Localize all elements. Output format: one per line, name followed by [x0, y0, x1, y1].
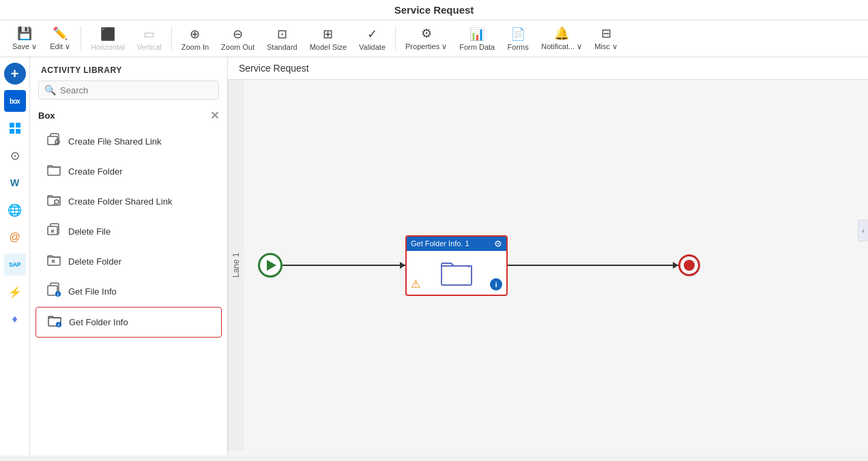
create-folder-shared-link-label: Create Folder Shared Link — [68, 196, 172, 207]
library-item-get-folder-info[interactable]: i Get Folder Info — [35, 307, 222, 338]
library-item-create-folder-shared-link[interactable]: Create Folder Shared Link — [35, 187, 222, 216]
toolbar: 💾 Save ∨ ✏️ Edit ∨ ⬛ Horizontal ▭ Vertic… — [0, 20, 868, 57]
form-data-icon: 📊 — [469, 27, 484, 42]
sidebar-icon-at[interactable]: @ — [4, 226, 26, 248]
toolbar-misc[interactable]: ⊟ Misc ∨ — [589, 23, 623, 54]
get-file-info-icon: i — [46, 282, 61, 301]
icon-sidebar: + box ⊙ W 🌐 @ SAP ⚡ ♦ — [0, 57, 30, 456]
info-badge: i — [490, 278, 502, 291]
library-item-delete-folder[interactable]: Delete Folder — [35, 247, 222, 276]
toolbar-notifications-label: Notificat... ∨ — [541, 42, 582, 51]
toolbar-save-label: Save ∨ — [12, 42, 37, 51]
vertical-icon: ▭ — [143, 27, 155, 42]
save-icon: 💾 — [17, 26, 32, 41]
edit-icon: ✏️ — [53, 26, 68, 41]
get-folder-info-label: Get Folder Info — [69, 317, 128, 327]
toolbar-horizontal: ⬛ Horizontal — [85, 24, 130, 54]
sidebar-icon-box[interactable]: box — [4, 90, 26, 112]
toolbar-notifications[interactable]: 🔔 Notificat... ∨ — [536, 23, 588, 54]
lane-label: Lane 1 — [228, 80, 244, 451]
toolbar-forms-label: Forms — [508, 43, 529, 51]
toolbar-zoom-out-label: Zoom Out — [221, 43, 255, 51]
activity-node-header: Get Folder Info. 1 ⚙ — [407, 237, 506, 251]
flow-arrow-1 — [283, 265, 405, 266]
library-item-delete-file[interactable]: Delete File — [35, 217, 222, 246]
sidebar-icon-globe[interactable]: 🌐 — [4, 199, 26, 221]
folder-icon — [439, 258, 474, 288]
toolbar-zoom-out[interactable]: ⊖ Zoom Out — [216, 24, 260, 54]
validate-icon: ✓ — [367, 27, 377, 42]
collapse-panel-button[interactable]: ‹ — [858, 220, 868, 241]
canvas-title: Service Request — [239, 63, 309, 74]
end-node[interactable] — [678, 254, 700, 276]
main-layout: + box ⊙ W 🌐 @ SAP ⚡ ♦ Activity Library 🔍… — [0, 57, 868, 456]
toolbar-model-size[interactable]: ⊞ Model Size — [304, 24, 352, 54]
toolbar-validate[interactable]: ✓ Validate — [353, 24, 391, 54]
delete-file-icon — [46, 222, 61, 241]
activity-node-body: ⚠ i — [407, 251, 506, 295]
toolbar-model-size-label: Model Size — [310, 43, 347, 51]
toolbar-sep-1 — [81, 27, 81, 51]
library-item-get-file-info[interactable]: i Get File Info — [35, 277, 222, 306]
search-input[interactable] — [60, 85, 213, 95]
lane-content: Get Folder Info. 1 ⚙ ⚠ i — [244, 80, 868, 451]
forms-icon: 📄 — [510, 27, 525, 42]
toolbar-properties-label: Properties ∨ — [405, 42, 447, 51]
svg-text:i: i — [58, 323, 59, 327]
sidebar-icon-ethereum[interactable]: ♦ — [4, 308, 26, 330]
create-file-shared-link-icon — [46, 132, 61, 151]
delete-folder-icon — [46, 252, 61, 271]
box-section-label: Box — [38, 110, 55, 121]
create-folder-shared-link-icon — [46, 192, 61, 211]
toolbar-validate-label: Validate — [359, 43, 386, 51]
activity-library: Activity Library 🔍 Box ✕ Create File S — [30, 57, 228, 456]
warning-icon: ⚠ — [411, 278, 420, 291]
toolbar-sep-2 — [171, 27, 172, 51]
create-file-shared-link-label: Create File Shared Link — [68, 136, 162, 147]
activity-node-get-folder-info[interactable]: Get Folder Info. 1 ⚙ ⚠ i — [405, 235, 508, 296]
search-box[interactable]: 🔍 — [38, 80, 219, 100]
delete-file-label: Delete File — [68, 226, 111, 237]
toolbar-form-data[interactable]: 📊 Form Data — [454, 24, 500, 54]
library-item-create-folder[interactable]: Create Folder — [35, 157, 222, 186]
sidebar-icon-sap[interactable]: SAP — [4, 254, 26, 276]
page-title: Service Request — [394, 4, 474, 16]
toolbar-edit[interactable]: ✏️ Edit ∨ — [44, 23, 76, 54]
search-icon: 🔍 — [44, 85, 56, 95]
library-item-create-file-shared-link[interactable]: Create File Shared Link — [35, 127, 222, 156]
delete-folder-label: Delete Folder — [68, 256, 121, 267]
end-node-inner — [684, 260, 695, 271]
create-folder-icon — [46, 162, 61, 181]
toolbar-edit-label: Edit ∨ — [50, 42, 70, 51]
sidebar-icon-wordpress[interactable]: W — [4, 172, 26, 194]
standard-icon: ⊡ — [277, 27, 287, 42]
activity-node-title: Get Folder Info. 1 — [411, 239, 469, 248]
svg-text:i: i — [57, 292, 59, 297]
sidebar-icon-windows[interactable] — [4, 117, 26, 139]
activity-node-gear-icon[interactable]: ⚙ — [494, 239, 502, 249]
sidebar-icon-add[interactable]: + — [4, 63, 26, 85]
svg-rect-3 — [16, 129, 20, 134]
toolbar-standard[interactable]: ⊡ Standard — [261, 24, 303, 54]
zoom-out-icon: ⊖ — [233, 27, 243, 42]
toolbar-zoom-in[interactable]: ⊕ Zoom In — [176, 24, 214, 54]
canvas-header: Service Request — [228, 57, 868, 80]
sidebar-icon-circle-dots[interactable]: ⊙ — [4, 145, 26, 166]
toolbar-save[interactable]: 💾 Save ∨ — [7, 23, 42, 54]
title-bar: Service Request — [0, 0, 868, 20]
start-node[interactable] — [258, 253, 283, 278]
toolbar-forms[interactable]: 📄 Forms — [502, 24, 534, 54]
notifications-icon: 🔔 — [554, 26, 569, 41]
horizontal-icon: ⬛ — [100, 27, 115, 42]
toolbar-zoom-in-label: Zoom In — [182, 43, 209, 51]
sidebar-icon-lightning[interactable]: ⚡ — [4, 281, 26, 303]
box-section-header: Box ✕ — [30, 105, 227, 126]
toolbar-vertical: ▭ Vertical — [132, 24, 167, 54]
canvas-area[interactable]: Service Request Lane 1 Get Folder Info. … — [228, 57, 868, 456]
get-file-info-label: Get File Info — [68, 286, 117, 297]
box-section-close[interactable]: ✕ — [210, 109, 219, 122]
toolbar-sep-3 — [395, 27, 396, 51]
zoom-in-icon: ⊕ — [190, 27, 200, 42]
toolbar-vertical-label: Vertical — [137, 43, 162, 51]
toolbar-properties[interactable]: ⚙ Properties ∨ — [400, 23, 452, 54]
